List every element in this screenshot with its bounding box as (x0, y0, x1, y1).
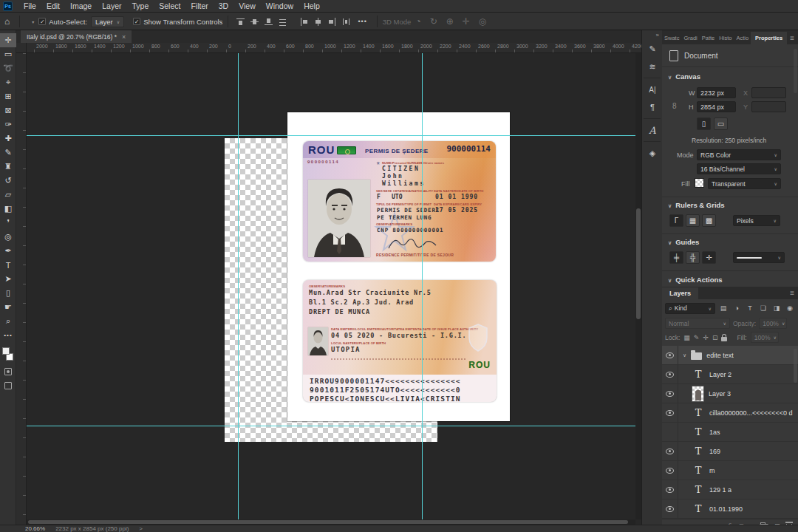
align-right-button[interactable] (325, 16, 339, 28)
layer-row[interactable]: Tm (662, 461, 798, 480)
show-transform-checkbox[interactable]: ✓ (133, 18, 140, 25)
status-chevron-icon[interactable]: > (139, 525, 143, 532)
menu-layer[interactable]: Layer (97, 1, 126, 11)
layers-scrollbar[interactable] (794, 349, 797, 383)
color-swatches[interactable] (0, 345, 16, 364)
lock-position-icon[interactable]: ✛ (703, 334, 709, 341)
guide-horizontal-top[interactable] (27, 135, 635, 136)
canvas-section-header[interactable]: ∨Canvas (668, 72, 700, 81)
expand-panels-icon[interactable]: » (642, 30, 662, 40)
rectangle-tool[interactable]: ▯ (0, 286, 16, 300)
panel-tab-actio[interactable]: Actio (734, 32, 751, 44)
filter-smart-object-icon[interactable]: ◨ (771, 303, 782, 313)
align-vertical-center-button[interactable] (248, 16, 262, 28)
clone-stamp-tool[interactable]: ♜ (0, 160, 16, 174)
align-top-button[interactable] (233, 16, 248, 28)
toggle-guides-button[interactable]: ╪ (669, 251, 683, 264)
filter-type-layers-icon[interactable]: T (745, 303, 755, 313)
layer-row[interactable]: T169 (662, 442, 798, 461)
text-layer-thumbnail[interactable]: T (692, 482, 705, 498)
crop-tool[interactable]: ⊞ (0, 89, 16, 103)
panel-menu-icon[interactable]: ≡ (790, 289, 798, 299)
layer-visibility-toggle[interactable] (662, 442, 678, 460)
auto-select-target-dropdown[interactable]: Layer ∨ (91, 16, 124, 27)
rectangular-marquee-tool[interactable]: ▭ (0, 47, 16, 61)
layer-visibility-toggle[interactable] (662, 499, 678, 518)
menu-file[interactable]: File (18, 1, 41, 11)
panel-menu-icon[interactable]: ≡ (790, 34, 798, 44)
panel-scrollbar[interactable] (794, 49, 797, 93)
home-icon[interactable]: ⌂ (0, 16, 14, 27)
layer-row[interactable]: Layer 3 (662, 384, 798, 403)
paragraph-panel-icon[interactable]: ¶ (642, 98, 663, 116)
fill-dropdown[interactable]: Transparent∨ (708, 178, 781, 189)
text-layer-thumbnail[interactable]: T (692, 366, 705, 383)
layer-row[interactable]: T1as (662, 423, 798, 442)
menu-filter[interactable]: Filter (185, 1, 213, 11)
chevron-down-icon[interactable]: ▾ (32, 19, 34, 24)
id-card-front[interactable]: ROU PERMIS DE ȘEDERE 900000114 900000114 (303, 141, 496, 262)
panel-tab-histo[interactable]: Histo (717, 32, 734, 44)
align-left-button[interactable] (297, 16, 311, 28)
text-layer-thumbnail[interactable]: T (692, 443, 705, 460)
brush-tool[interactable]: ✎ (0, 146, 16, 160)
zoom-tool[interactable]: ⌕ (0, 314, 16, 328)
ruler-units-dropdown[interactable]: Pixels∨ (733, 215, 780, 226)
text-layer-thumbnail[interactable]: T (692, 463, 705, 479)
pasteboard[interactable]: ROU PERMIS DE ȘEDERE 900000114 900000114 (27, 53, 641, 525)
hand-tool[interactable]: ☛ (0, 300, 16, 314)
bit-depth-dropdown[interactable]: 16 Bits/Channel∨ (697, 163, 781, 174)
more-options-icon[interactable]: ••• (353, 18, 371, 25)
lock-artboard-icon[interactable]: ⊡ (712, 334, 718, 341)
layer-visibility-toggle[interactable] (662, 384, 678, 403)
rulers-grids-section-header[interactable]: ∨Rulers & Grids (668, 201, 725, 209)
object-selection-tool[interactable]: ⌖ (0, 75, 16, 89)
history-brush-tool[interactable]: ↺ (0, 174, 16, 188)
fill-swatch[interactable] (695, 178, 704, 188)
toggle-grid-button[interactable]: ▦ (686, 214, 700, 227)
menu-view[interactable]: View (233, 1, 261, 11)
horizontal-scrollbar[interactable] (27, 519, 635, 525)
layer-visibility-toggle[interactable] (662, 346, 678, 364)
filter-shape-layers-icon[interactable]: ❏ (758, 303, 768, 313)
quick-mask-button[interactable] (0, 364, 16, 378)
filter-adjustment-layers-icon[interactable]: ◑ (732, 303, 742, 313)
gradient-tool[interactable]: ◧ (0, 202, 16, 216)
guide-style-dropdown[interactable]: ∨ (733, 252, 785, 263)
panel-tab-patte[interactable]: Patte (700, 32, 717, 44)
blur-tool[interactable]: ❜ (0, 216, 16, 230)
dodge-tool[interactable]: ◎ (0, 230, 16, 244)
quick-actions-section-header[interactable]: ∨Quick Actions (668, 276, 723, 284)
ruler-corner[interactable] (16, 43, 27, 53)
guide-horizontal-bottom[interactable] (27, 426, 635, 426)
id-card-back[interactable]: OBSERVATII/REMARKS Mun.Arad Str Craciuni… (303, 280, 497, 402)
text-layer-thumbnail[interactable]: T (692, 501, 705, 517)
guides-section-header[interactable]: ∨Guides (668, 238, 699, 246)
menu-type[interactable]: Type (126, 1, 154, 11)
layer-visibility-toggle[interactable] (662, 365, 678, 383)
align-horizontal-center-button[interactable] (311, 16, 325, 28)
panel-tab-properties[interactable]: Properties (751, 32, 787, 44)
document-tab[interactable]: Italy id.psd @ 20.7% (RGB/16) * × (21, 30, 132, 43)
snap-guides-button[interactable]: ✛ (702, 251, 716, 264)
menu-3d[interactable]: 3D (214, 1, 233, 11)
panel-tab-gradi[interactable]: Gradi (681, 32, 699, 44)
chevron-expand-icon[interactable]: ∨ (683, 352, 686, 358)
text-layer-thumbnail[interactable]: T (692, 405, 705, 421)
character-panel-icon[interactable]: A| (642, 81, 663, 98)
pen-tool[interactable]: ✒ (0, 244, 16, 258)
color-mode-dropdown[interactable]: RGB Color∨ (697, 149, 781, 160)
menu-select[interactable]: Select (154, 1, 185, 11)
layer-visibility-toggle[interactable] (662, 423, 678, 441)
toggle-pixel-grid-button[interactable]: ▩ (702, 214, 716, 227)
menu-image[interactable]: Image (65, 1, 97, 11)
lock-all-icon[interactable] (721, 337, 727, 341)
layer-row[interactable]: T01.01.1990 (662, 499, 798, 519)
menu-window[interactable]: Window (261, 1, 299, 11)
layers-tab[interactable]: Layers (662, 287, 698, 299)
auto-select-checkbox[interactable]: ✓ (38, 18, 46, 25)
lock-transparent-pixels-icon[interactable]: ▦ (683, 334, 690, 341)
spot-healing-brush-tool[interactable]: ✚ (0, 132, 16, 146)
distribute-vertical-button[interactable] (276, 16, 290, 28)
toggle-rulers-button[interactable]: Γ (669, 214, 683, 227)
